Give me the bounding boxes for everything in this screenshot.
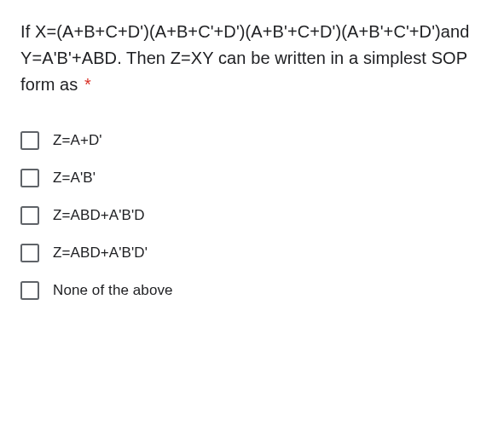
checkbox[interactable] — [20, 206, 39, 225]
option-row: Z=ABD+A'B'D' — [20, 234, 484, 272]
question-block: If X=(A+B+C+D')(A+B+C'+D')(A+B'+C+D')(A+… — [0, 0, 504, 328]
option-label: Z=ABD+A'B'D — [53, 207, 145, 224]
option-label: Z=ABD+A'B'D' — [53, 245, 148, 262]
question-text: If X=(A+B+C+D')(A+B+C'+D')(A+B'+C+D')(A+… — [20, 19, 484, 98]
option-row: Z=ABD+A'B'D — [20, 197, 484, 234]
checkbox[interactable] — [20, 131, 39, 150]
option-row: Z=A+D' — [20, 122, 484, 159]
option-row: Z=A'B' — [20, 159, 484, 197]
checkbox[interactable] — [20, 244, 39, 262]
option-label: Z=A+D' — [53, 132, 102, 149]
option-label: None of the above — [53, 282, 173, 299]
options-list: Z=A+D' Z=A'B' Z=ABD+A'B'D Z=ABD+A'B'D' N… — [20, 122, 484, 309]
option-label: Z=A'B' — [53, 170, 96, 187]
checkbox[interactable] — [20, 281, 39, 300]
option-row: None of the above — [20, 272, 484, 309]
required-indicator: * — [84, 75, 91, 94]
checkbox[interactable] — [20, 169, 39, 187]
